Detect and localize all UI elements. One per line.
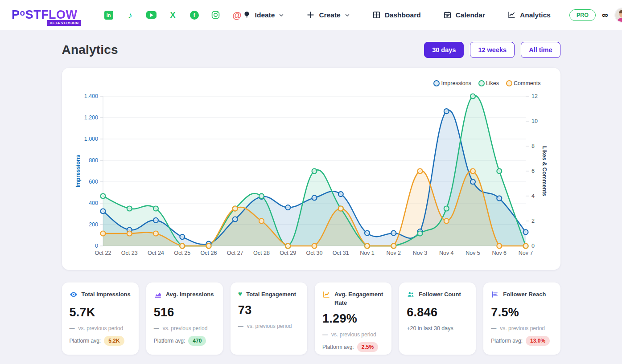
time-range-12-weeks[interactable]: 12 weeks [470,42,515,58]
legend-item-comments[interactable]: Comments [506,80,540,86]
platform-average-label: Platform avg: [154,338,185,344]
stat-label: Total Impressions [82,290,131,299]
postflow-logo[interactable]: PoSTFLOW BETA VERSION [12,8,78,22]
svg-text:0: 0 [95,243,98,249]
nav-item-dashboard[interactable]: Dashboard [372,11,421,19]
nav-label-analytics: Analytics [520,11,551,19]
delta-dash: — [154,325,159,331]
platform-average-badge: 2.5% [357,342,378,352]
stat-label: Follower Count [419,290,461,299]
platform-average: Platform avg: 13.0% [491,336,552,346]
stat-delta: — vs. previous period [491,325,552,331]
stat-label: Total Engagement [246,290,296,299]
nav-item-create[interactable]: Create [306,11,350,19]
legend-swatch [506,80,512,86]
line-chart: 02004006008001.0001.2001.400024681012Oct… [62,68,560,270]
stat-card-avg-engagement-rate: Avg. Engagement Rate 1.29% — vs. previou… [315,282,391,355]
linkedin-icon[interactable]: in [103,10,114,20]
svg-text:Oct 24: Oct 24 [148,250,164,256]
svg-text:4: 4 [531,193,535,199]
plus-icon [306,11,315,19]
svg-text:1.000: 1.000 [84,136,98,142]
platform-average-badge: 5.2K [104,336,124,346]
legend-swatch [433,80,440,86]
svg-text:Nov 3: Nov 3 [412,250,427,256]
svg-text:Nov 6: Nov 6 [492,250,507,256]
svg-text:Oct 22: Oct 22 [95,250,111,256]
svg-text:1.400: 1.400 [84,93,98,99]
svg-text:Impressions: Impressions [75,155,81,188]
platform-average: Platform avg: 5.2K [70,336,131,346]
platform-average: Platform avg: 470 [154,336,215,346]
nav-label-dashboard: Dashboard [385,11,421,19]
platform-average: Platform avg: 2.5% [322,342,384,352]
analytics-chart-icon [507,11,516,19]
avatar-hair [619,10,622,13]
nav-label-calendar: Calendar [456,11,485,19]
svg-text:Oct 31: Oct 31 [332,250,349,256]
delta-dash: — [70,325,75,331]
facebook-icon[interactable]: f [189,10,200,20]
delta-text: vs. previous period [78,325,124,331]
svg-text:Nov 5: Nov 5 [465,250,480,256]
area-chart-icon [154,290,162,301]
nav-item-ideate[interactable]: Ideate [243,11,284,19]
stat-label: Avg. Impressions [166,290,214,299]
stat-label: Avg. Engagement Rate [334,290,384,307]
stat-card-total-impressions: Total Impressions 5.7K — vs. previous pe… [62,282,139,355]
svg-text:10: 10 [531,118,538,124]
svg-text:Oct 23: Oct 23 [121,250,137,256]
logo-text: PoSTFLOW [12,8,78,21]
platform-average-badge: 470 [188,336,206,346]
legend-label: Comments [514,80,540,86]
instagram-icon[interactable] [210,10,221,20]
svg-text:Nov 7: Nov 7 [518,250,533,256]
time-range-30-days[interactable]: 30 days [424,42,464,58]
svg-text:Oct 29: Oct 29 [280,250,296,256]
svg-text:0: 0 [531,243,535,249]
account-area: PRO ∞ [569,8,622,23]
delta-dash: — [238,323,243,329]
bars-icon [491,290,499,301]
platform-average-badge: 13.0% [526,336,550,346]
stat-cards-row: Total Impressions 5.7K — vs. previous pe… [62,282,560,355]
svg-text:8: 8 [531,143,535,149]
tiktok-icon[interactable]: ♪ [125,10,136,20]
svg-text:Oct 26: Oct 26 [200,250,217,256]
legend-item-likes[interactable]: Likes [478,80,499,86]
chart-legend: ImpressionsLikesComments [433,80,540,86]
stat-delta: — vs. previous period [70,325,131,331]
at-icon[interactable]: @ [232,10,243,20]
legend-item-impressions[interactable]: Impressions [433,80,471,86]
eye-icon [70,290,78,301]
nav-item-analytics[interactable]: Analytics [507,11,551,19]
legend-label: Impressions [441,80,471,86]
stat-value: 1.29% [322,312,384,326]
stat-card-total-engagement: ♥ Total Engagement 73 — vs. previous per… [231,282,307,355]
svg-text:400: 400 [89,200,98,206]
stat-delta: — vs. previous period [154,325,215,331]
pro-plan-badge[interactable]: PRO [569,9,596,21]
page-title: Analytics [62,43,118,57]
stat-value: 73 [238,303,300,317]
lightbulb-icon [243,11,251,19]
svg-text:200: 200 [89,221,98,228]
youtube-icon[interactable] [146,10,157,20]
stat-delta: — vs. previous period [322,331,384,338]
x-icon[interactable]: X [168,10,178,20]
top-navigation-bar: PoSTFLOW BETA VERSION in♪Xf@ Ideate Crea… [0,0,622,30]
delta-text: vs. previous period [247,323,292,329]
heart-icon: ♥ [238,290,243,299]
beta-version-badge: BETA VERSION [47,20,81,26]
svg-text:600: 600 [89,179,98,185]
stat-card-avg-impressions: Avg. Impressions 516 — vs. previous peri… [146,282,223,355]
stat-card-follower-count: Follower Count 6.846 +20 in last 30 days [399,282,476,355]
svg-text:Likes & Comments: Likes & Comments [541,146,548,196]
time-range-all-time[interactable]: All time [521,42,560,58]
nav-item-calendar[interactable]: Calendar [443,11,485,19]
stat-value: 516 [154,306,215,319]
user-avatar[interactable] [614,8,622,23]
platform-average-label: Platform avg: [70,338,101,344]
platform-average-label: Platform avg: [322,344,354,350]
trend-chart-icon [322,290,330,301]
